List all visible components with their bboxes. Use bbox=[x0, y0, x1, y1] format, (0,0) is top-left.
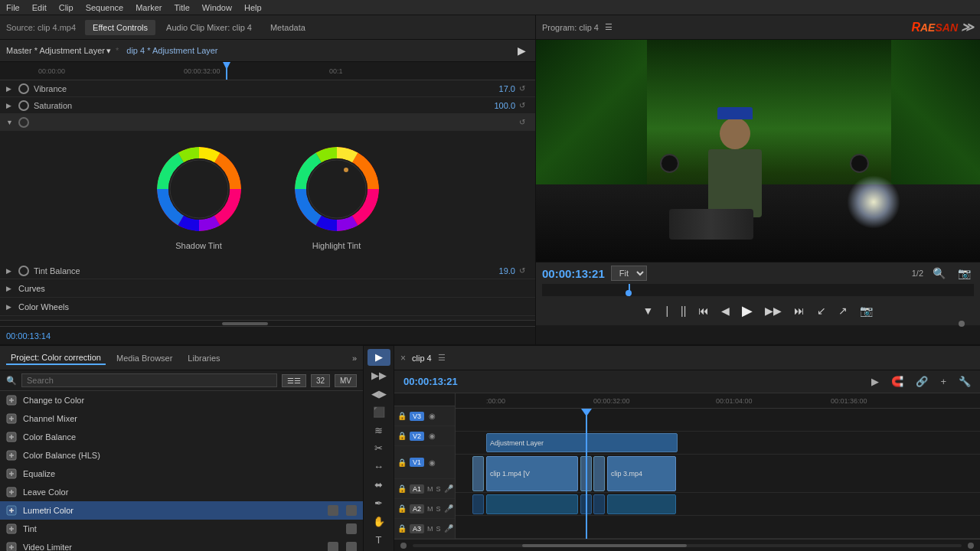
color-expand-toggle[interactable]: ▼ bbox=[6, 119, 15, 126]
saturation-stopwatch[interactable] bbox=[18, 100, 29, 111]
a2-lock[interactable]: 🔒 bbox=[397, 504, 407, 513]
clip-before-1[interactable] bbox=[472, 456, 484, 491]
a1-clip-before[interactable] bbox=[472, 494, 484, 514]
tab-audio-clip-mixer[interactable]: Audio Clip Mixer: clip 4 bbox=[158, 20, 260, 35]
overwrite-btn[interactable]: ↗ bbox=[835, 303, 851, 318]
vibrance-toggle[interactable]: ▶ bbox=[6, 85, 15, 93]
list-item[interactable]: Video Limiter bbox=[0, 538, 363, 551]
color-wheels-section[interactable]: ▶ Color Wheels bbox=[0, 298, 535, 316]
automate-btn[interactable]: MV bbox=[335, 374, 357, 387]
highlight-tint-svg[interactable] bbox=[291, 143, 383, 235]
go-next-edit-btn[interactable]: ⏭ bbox=[791, 303, 808, 318]
settings-btn[interactable]: 🔧 bbox=[956, 374, 974, 389]
a2-m[interactable]: M bbox=[427, 505, 433, 513]
timeline-bottom-scroll[interactable] bbox=[394, 539, 980, 551]
camera-btn[interactable]: 📷 bbox=[955, 266, 974, 281]
menu-title[interactable]: Title bbox=[174, 3, 189, 12]
a3-m[interactable]: M bbox=[427, 525, 433, 533]
list-item[interactable]: Leave Color bbox=[0, 483, 363, 501]
saturation-reset-btn[interactable]: ↺ bbox=[515, 99, 529, 112]
a2-s[interactable]: S bbox=[436, 505, 441, 513]
clip-1[interactable]: clip 1.mp4 [V bbox=[486, 456, 578, 491]
ec-scrollbar[interactable] bbox=[0, 320, 535, 326]
zoom-out-btn[interactable]: 🔍 bbox=[929, 266, 949, 281]
menu-clip[interactable]: Clip bbox=[59, 3, 74, 12]
slip-tool-btn[interactable]: ↔ bbox=[368, 458, 390, 475]
track-select-btn[interactable]: ▶▶ bbox=[368, 367, 390, 384]
list-view-btn[interactable]: ☰☰ bbox=[282, 374, 306, 387]
tab-effect-controls[interactable]: Effect Controls bbox=[85, 20, 155, 35]
v1-visibility[interactable]: ◉ bbox=[429, 458, 436, 467]
add-marker-btn[interactable]: ▶ bbox=[868, 374, 882, 389]
clip-gap-2[interactable] bbox=[593, 456, 605, 491]
tint-balance-stopwatch[interactable] bbox=[18, 266, 29, 276]
v3-visibility[interactable]: ◉ bbox=[429, 412, 436, 420]
curves-toggle[interactable]: ▶ bbox=[6, 285, 15, 292]
linked-sel-btn[interactable]: 🔗 bbox=[913, 374, 931, 389]
list-item-selected[interactable]: Lumetri Color bbox=[0, 501, 363, 520]
vibrance-stopwatch[interactable] bbox=[18, 83, 29, 94]
rate-stretch-btn[interactable]: ≋ bbox=[368, 422, 390, 439]
timeline-scroll-thumb[interactable] bbox=[522, 544, 687, 547]
scrollbar-thumb[interactable] bbox=[222, 322, 268, 325]
vibrance-reset-btn[interactable]: ↺ bbox=[515, 82, 529, 96]
tab-project[interactable]: Project: Color correction bbox=[6, 351, 106, 365]
tint-balance-value[interactable]: 19.0 bbox=[477, 266, 515, 276]
timeline-close-btn[interactable]: × bbox=[400, 353, 406, 364]
a1-gap2[interactable] bbox=[593, 494, 605, 514]
menu-sequence[interactable]: Sequence bbox=[86, 3, 124, 12]
menu-help[interactable]: Help bbox=[244, 3, 262, 12]
v3-lock[interactable]: 🔒 bbox=[397, 412, 407, 420]
list-item[interactable]: Color Balance (HLS) bbox=[0, 446, 363, 465]
list-item[interactable]: Channel Mixer bbox=[0, 409, 363, 428]
tab-libraries[interactable]: Libraries bbox=[183, 352, 224, 364]
ripple-edit-btn[interactable]: ◀▶ bbox=[368, 386, 390, 403]
pen-tool-btn[interactable]: ✒ bbox=[368, 495, 390, 512]
program-timeline-ruler[interactable] bbox=[542, 284, 974, 296]
menu-edit[interactable]: Edit bbox=[32, 3, 47, 12]
timeline-scrollbar[interactable] bbox=[413, 544, 962, 547]
adjustment-layer-clip[interactable]: Adjustment Layer bbox=[486, 433, 678, 452]
tint-balance-reset-btn[interactable]: ↺ bbox=[515, 264, 529, 278]
master-dropdown[interactable]: Master * Adjustment Layer ▾ bbox=[6, 46, 111, 56]
list-item[interactable]: Change to Color bbox=[0, 391, 363, 409]
fit-select[interactable]: Fit bbox=[611, 266, 647, 281]
scrollbar-right[interactable] bbox=[959, 321, 965, 327]
color-wheel-expand-row[interactable]: ▼ ↺ bbox=[0, 114, 535, 131]
a1-m[interactable]: M bbox=[427, 485, 433, 493]
color-section-reset[interactable]: ↺ bbox=[515, 116, 529, 129]
a3-s[interactable]: S bbox=[436, 525, 441, 533]
a1-lock[interactable]: 🔒 bbox=[397, 484, 407, 493]
ec-timeline-ruler[interactable]: 00:00:00 00:00:32:00 00:1 bbox=[0, 62, 535, 80]
timeline-menu-icon[interactable]: ☰ bbox=[438, 353, 446, 363]
list-item[interactable]: Tint bbox=[0, 520, 363, 538]
tab-media-browser[interactable]: Media Browser bbox=[112, 352, 177, 364]
select-tool-btn[interactable]: ▶ bbox=[368, 349, 390, 366]
a1-clip2[interactable] bbox=[607, 494, 676, 514]
color-wheel-stopwatch[interactable] bbox=[18, 117, 29, 128]
menu-marker[interactable]: Marker bbox=[136, 3, 162, 12]
search-input[interactable] bbox=[21, 373, 277, 387]
go-prev-edit-btn[interactable]: ⏮ bbox=[695, 303, 712, 318]
v1-lock[interactable]: 🔒 bbox=[397, 458, 407, 467]
clip-3[interactable]: clip 3.mp4 bbox=[607, 456, 676, 491]
play-controls-btn[interactable]: ▶ bbox=[514, 43, 529, 58]
mark-out-btn[interactable]: | bbox=[662, 303, 671, 318]
tint-balance-toggle[interactable]: ▶ bbox=[6, 267, 15, 275]
list-item[interactable]: Equalize bbox=[0, 465, 363, 483]
type-tool-btn[interactable]: T bbox=[368, 531, 390, 548]
snap-btn[interactable]: 🧲 bbox=[888, 374, 906, 389]
razor-btn[interactable]: ✂ bbox=[368, 440, 390, 457]
curves-section[interactable]: ▶ Curves bbox=[0, 279, 535, 298]
saturation-toggle[interactable]: ▶ bbox=[6, 102, 15, 109]
icon-view-btn[interactable]: 32 bbox=[311, 374, 330, 387]
step-back-btn[interactable]: ◀ bbox=[718, 303, 733, 318]
a3-lock[interactable]: 🔒 bbox=[397, 524, 407, 533]
program-menu-icon[interactable]: ☰ bbox=[605, 22, 612, 32]
v2-lock[interactable]: 🔒 bbox=[397, 432, 407, 440]
vibrance-value[interactable]: 17.0 bbox=[477, 84, 515, 93]
shadow-tint-svg[interactable] bbox=[153, 143, 245, 235]
v2-visibility[interactable]: ◉ bbox=[429, 432, 436, 440]
slide-tool-btn[interactable]: ⬌ bbox=[368, 477, 390, 494]
menu-window[interactable]: Window bbox=[202, 3, 232, 12]
